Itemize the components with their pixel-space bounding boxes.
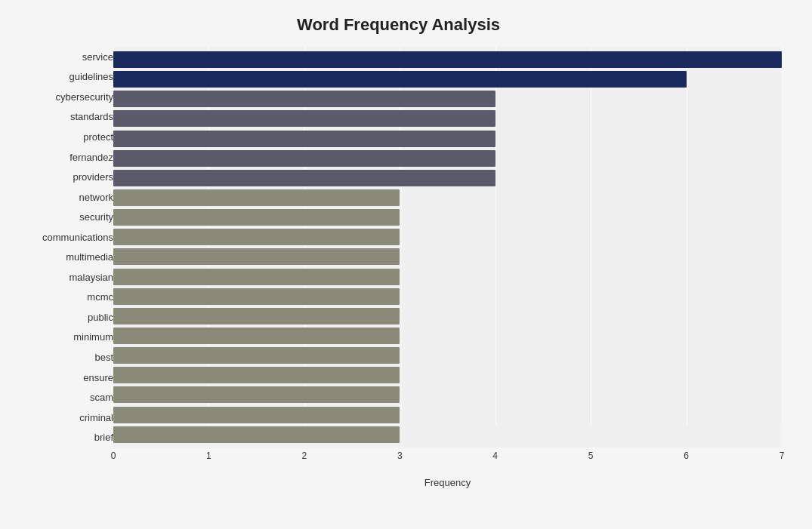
x-tick: 6 xyxy=(684,451,689,461)
grid-line xyxy=(782,47,783,425)
bar xyxy=(113,407,400,423)
bar-row xyxy=(113,129,782,149)
bar xyxy=(113,229,400,245)
bar-row xyxy=(113,365,782,385)
y-axis: serviceguidelinescybersecuritystandardsp… xyxy=(15,47,113,470)
y-label: brief xyxy=(94,428,113,447)
y-label: cybersecurity xyxy=(55,87,113,106)
bar xyxy=(113,248,400,265)
x-tick: 4 xyxy=(492,451,498,461)
bar xyxy=(113,91,496,107)
x-tick: 7 xyxy=(780,451,785,461)
bar-row xyxy=(113,267,782,287)
chart-container: Word Frequency Analysis serviceguideline… xyxy=(0,0,812,529)
y-label: ensure xyxy=(83,368,113,387)
y-label: service xyxy=(82,47,113,66)
bar xyxy=(113,209,400,226)
x-axis-label: Frequency xyxy=(425,477,471,488)
x-tick: 5 xyxy=(588,451,594,461)
y-label: providers xyxy=(73,168,113,187)
bar xyxy=(113,71,687,88)
y-label: multimedia xyxy=(66,248,113,267)
bar xyxy=(113,328,400,344)
bar xyxy=(113,51,782,68)
bar-row xyxy=(113,306,782,326)
bar-row xyxy=(113,50,782,69)
bar-row xyxy=(113,326,782,346)
bar xyxy=(113,189,400,206)
x-tick: 0 xyxy=(111,451,116,461)
bar xyxy=(113,131,496,147)
bar xyxy=(113,110,496,127)
bar xyxy=(113,269,400,285)
x-tick: 3 xyxy=(397,451,403,461)
plot-area: Frequency 01234567 xyxy=(113,47,782,470)
y-label: network xyxy=(79,187,113,207)
bar xyxy=(113,386,400,403)
bar xyxy=(113,288,400,305)
bars-wrapper xyxy=(113,47,782,447)
y-label: scam xyxy=(90,388,113,408)
bar xyxy=(113,150,496,167)
bar-row xyxy=(113,89,782,109)
x-tick: 2 xyxy=(302,451,307,461)
y-label: criminal xyxy=(79,408,113,427)
y-label: guidelines xyxy=(69,67,113,87)
bar-row xyxy=(113,287,782,306)
bar-row xyxy=(113,208,782,227)
y-label: malaysian xyxy=(69,267,113,287)
bar xyxy=(113,347,400,364)
y-label: minimum xyxy=(73,328,113,347)
chart-area: serviceguidelinescybersecuritystandardsp… xyxy=(15,47,782,470)
bar-row xyxy=(113,109,782,128)
bar xyxy=(113,426,400,443)
bar-row xyxy=(113,188,782,208)
bar-row xyxy=(113,69,782,89)
bar-row xyxy=(113,227,782,247)
bar-row xyxy=(113,385,782,404)
y-label: communications xyxy=(42,227,113,247)
bar-row xyxy=(113,405,782,425)
bar-row xyxy=(113,168,782,188)
x-tick: 1 xyxy=(206,451,211,461)
x-axis: Frequency 01234567 xyxy=(113,447,782,470)
y-label: security xyxy=(79,208,113,227)
chart-title: Word Frequency Analysis xyxy=(15,15,782,35)
bar xyxy=(113,367,400,383)
bar-row xyxy=(113,247,782,266)
y-label: public xyxy=(88,307,113,327)
y-label: mcmc xyxy=(87,288,113,307)
bar-row xyxy=(113,346,782,365)
y-label: fernandez xyxy=(69,147,113,167)
bar xyxy=(113,170,496,186)
y-label: protect xyxy=(83,127,113,146)
y-label: best xyxy=(94,347,113,367)
bar-row xyxy=(113,425,782,444)
y-label: standards xyxy=(70,107,113,127)
bar-row xyxy=(113,149,782,168)
bar xyxy=(113,308,400,324)
